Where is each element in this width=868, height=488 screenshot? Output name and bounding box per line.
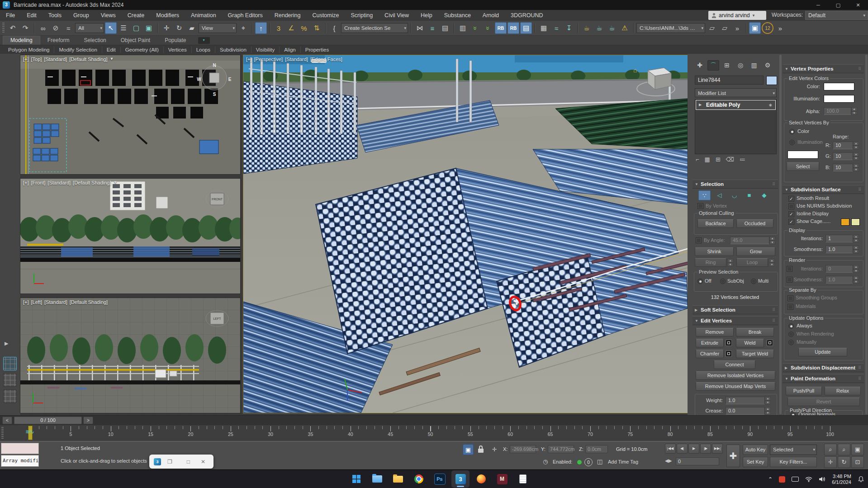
rendered-frame-icon[interactable]: ☕ [593,22,605,34]
isolate-selection-toggle[interactable]: ▣ [463,444,474,455]
menu-views[interactable]: Views [95,10,122,21]
menu-civil-view[interactable]: Civil View [379,10,415,21]
modifier-list-dropdown[interactable]: Modifier List ▾ [695,88,777,97]
show-cage-checkbox[interactable]: ✓ [788,219,794,225]
red-app-icon[interactable] [779,476,785,483]
ring-spinner[interactable]: ▲▼ [727,259,733,266]
soft-selection-rollout-header[interactable]: ▶Soft Selection⠿ [693,305,778,314]
viewport-renderer-label[interactable]: [Standard] [44,299,67,305]
workspace-dropdown[interactable]: Default ▾ [805,11,868,20]
target-weld-button[interactable]: Target Weld [736,350,774,358]
menu-edit[interactable]: Edit [21,10,43,21]
select-scale-icon[interactable]: ▰ [186,22,198,34]
import-file-icon[interactable]: ▱ [706,22,718,34]
menu-create[interactable]: Create [122,10,151,21]
orbit-icon[interactable]: ↻ [838,456,850,468]
chamfer-settings-button[interactable] [726,351,732,357]
object-color-swatch[interactable] [766,76,777,85]
connect-button[interactable]: Connect [714,360,755,369]
smoothing-groups-checkbox[interactable] [787,295,793,301]
layout-tab-2[interactable] [3,373,17,387]
toolbar-overflow2-icon[interactable]: » [774,22,786,34]
crease-spinner[interactable]: 0.0▲▼ [726,407,771,415]
3dsmax-icon[interactable]: 3 [451,470,470,488]
ribbon-toggle-icon[interactable]: » [470,22,481,34]
undo-icon[interactable]: ↶ [7,22,19,34]
object-name-field[interactable]: Line7844 [695,76,764,85]
loop-button[interactable]: Loop [736,258,768,267]
viewport-menu-arrow[interactable]: ▼ [110,57,114,62]
curve-editor-icon[interactable]: ▦ [538,22,550,34]
menu-customize[interactable]: Customize [306,10,345,21]
zoom-extents-icon[interactable]: ▣ [851,444,864,455]
motion-tab-icon[interactable]: ◎ [735,60,746,71]
scene-explorer-icon[interactable]: ▥ [457,22,469,34]
project-folder-dropdown[interactable]: C:\Users\ANIM...\3ds Max 2024▾ [636,23,705,33]
polygon-subobject-icon[interactable]: ■ [743,190,755,200]
menu-arnold[interactable]: Arnold [477,10,505,21]
ribbon-panel-properties[interactable]: Properties [301,47,333,52]
notification-bell-icon[interactable] [858,476,864,483]
modifier-stack-item[interactable]: ▶ Editable Poly ∗ [696,100,775,109]
render-production-icon[interactable]: ☕ [606,22,618,34]
relax-button[interactable]: Relax [825,387,861,395]
viewport-menu-plus[interactable]: [+] [23,180,29,185]
edge-subobject-icon[interactable]: ◁ [713,190,726,200]
play-button[interactable]: ▶ [688,444,699,454]
menu-file[interactable]: File [0,10,21,21]
bind-spacewarp-icon[interactable]: ≈ [62,22,74,34]
chrome-icon[interactable] [410,470,428,488]
menu-animation[interactable]: Animation [185,10,222,21]
y-coordinate-field[interactable]: 744.772cm [548,445,574,453]
ribbon-panel-vertices[interactable]: Vertices [164,47,191,52]
viewcube-left-face[interactable]: LEFT [213,317,221,320]
weld-button[interactable]: Weld [736,339,764,347]
reference-coordsys-dropdown[interactable]: View▾ [199,23,237,33]
material-editor-icon[interactable]: ↧ [563,22,575,34]
break-button[interactable]: Break [736,328,774,336]
select-place-icon[interactable]: ↑ [255,22,267,34]
revert-button[interactable]: Revert [787,398,860,406]
viewport-renderer-label[interactable]: [Standard] [285,57,308,62]
remove-modifier-icon[interactable]: ⌫ [726,156,734,163]
menu-3dground[interactable]: 3DGROUND [505,10,549,21]
render-smoothness-spinner[interactable]: 1.0▲▼ [825,276,859,284]
touch-keyboard-icon[interactable] [792,477,799,482]
add-time-tag-button[interactable]: Add Time Tag [608,459,638,464]
modify-tab-icon[interactable]: ⌒ [707,60,719,71]
remove-button[interactable]: Remove [696,328,734,336]
go-to-end-button[interactable]: ▶▶| [712,444,723,454]
render-setup-icon[interactable]: ☕ [581,22,593,34]
extrude-button[interactable]: Extrude [696,339,724,347]
select-rotate-icon[interactable]: ↻ [173,22,185,34]
time-slider-handle[interactable]: 0 / 100 [14,417,82,424]
viewport-shading-label[interactable]: [Default Shading] [70,299,108,305]
remove-isolated-vertices-button[interactable]: Remove Isolated Vertices [696,371,775,380]
isoline-display-checkbox[interactable]: ✓ [788,211,794,217]
preview-subobj-radio[interactable] [720,279,726,284]
backface-button[interactable]: Backface [697,219,734,228]
ribbon-minimize-icon[interactable]: ▾ [198,37,210,44]
mini-curve-editor-icon[interactable]: ≋∿ [25,428,33,435]
tab-selection[interactable]: Selection [76,36,113,45]
subdivision-displacement-rollout-header[interactable]: ▶Subdivision Displacement⠿ [783,363,864,372]
by-vertex-checkbox[interactable] [697,203,703,209]
vertex-color-swatch[interactable] [824,83,854,90]
viewport-top[interactable]: N W S E [+] [Top] [Standard] [Default Sh… [20,55,240,174]
taskbar-clock[interactable]: 3:48 PM 6/1/2024 [832,474,851,485]
z-coordinate-field[interactable]: 0.0cm [585,445,608,453]
export-file-icon[interactable]: ▱ [719,22,730,34]
use-pivot-center-icon[interactable]: ⌖ [237,22,249,34]
viewcube-north[interactable]: N [213,63,216,68]
preview-multi-radio[interactable] [751,279,756,284]
named-selection-set-dropdown[interactable]: Create Selection Se▾ [341,23,408,33]
viewcube-south[interactable]: S [213,92,216,97]
viewport-pov-label[interactable]: [Top] [31,57,42,62]
use-nurms-checkbox[interactable] [788,204,794,209]
mirror-icon[interactable]: ⋈ [414,22,426,34]
select-by-name-icon[interactable]: ☰ [118,22,129,34]
current-frame-field[interactable]: 0 [676,457,719,465]
viewcube-front-face[interactable]: FRONT [212,198,223,201]
weight-spinner[interactable]: 1.0▲▼ [726,397,771,404]
align-icon[interactable]: ≡ [427,22,438,34]
